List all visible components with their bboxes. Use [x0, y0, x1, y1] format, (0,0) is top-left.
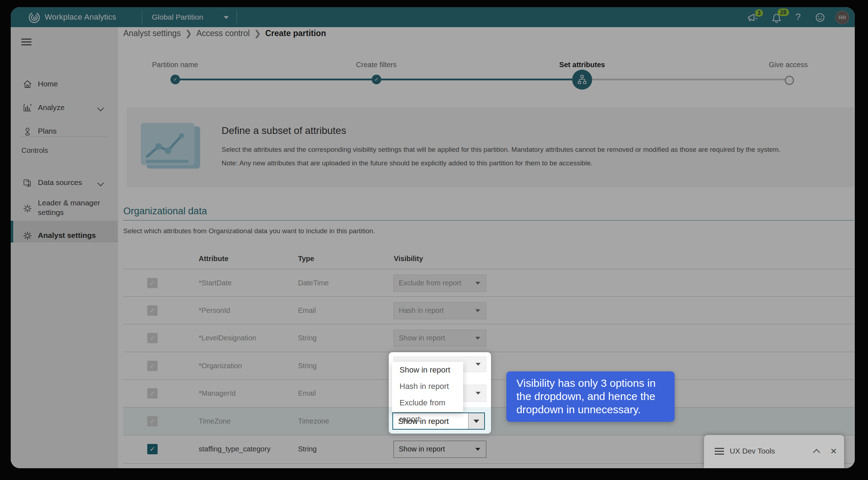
ux-dev-tools-panel: UX Dev Tools × [704, 435, 844, 468]
close-icon[interactable]: × [830, 445, 837, 457]
devtools-title: UX Dev Tools [730, 447, 775, 455]
annotation-callout: Visibility has only 3 options in the dro… [506, 371, 675, 422]
chevron-down-icon [476, 392, 481, 395]
dropdown-option[interactable]: Exclude from report [392, 395, 463, 411]
app-window: Workplace Analytics Global Partition 3 2… [11, 7, 855, 468]
dropdown-spotlight: Show in reportHash in reportExclude from… [389, 352, 491, 434]
chevron-up-icon[interactable] [813, 449, 820, 456]
chevron-down-icon [473, 420, 479, 423]
dropdown-option[interactable]: Hash in report [392, 378, 463, 395]
devtools-menu-icon[interactable] [715, 448, 724, 456]
visibility-dropdown-popup: Show in reportHash in reportExclude from… [392, 362, 463, 412]
chevron-down-icon [476, 363, 481, 366]
dropdown-option[interactable]: Show in report [392, 362, 463, 378]
select-arrow-button[interactable] [468, 413, 484, 429]
